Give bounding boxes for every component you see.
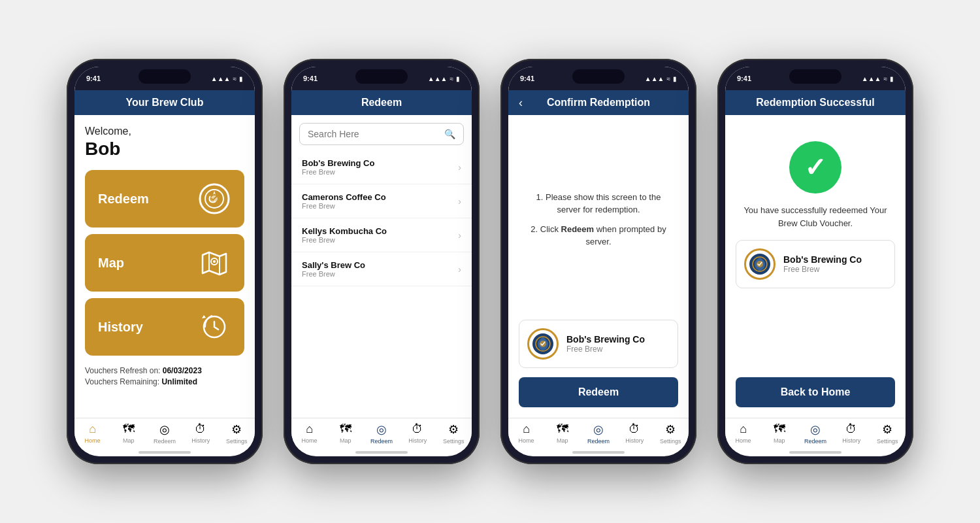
chevron-icon-0: › xyxy=(458,162,461,173)
bottom-nav-4: ⌂ Home 🗺 Map ◎ Redeem ⏱ History ⚙ Settin… xyxy=(725,418,906,450)
status-icons-4: ▲▲▲ ≈ ▮ xyxy=(862,75,894,82)
redeem-nav-icon-2: ◎ xyxy=(376,422,387,437)
venue-logo-3 xyxy=(527,328,559,360)
nav-settings-4[interactable]: ⚙ Settings xyxy=(874,422,900,445)
nav-home-label-4: Home xyxy=(736,437,751,444)
wifi-icon: ≈ xyxy=(233,75,237,82)
map-icon xyxy=(197,246,231,280)
venue-item-0[interactable]: Bob's Brewing Co Free Brew › xyxy=(291,150,472,184)
search-input[interactable] xyxy=(308,129,444,139)
nav-settings-label-3: Settings xyxy=(660,438,681,445)
venue-name-card-4: Bob's Brewing Co xyxy=(783,254,862,265)
bottom-nav-2: ⌂ Home 🗺 Map ◎ Redeem ⏱ History ⚙ Settin… xyxy=(291,418,472,450)
nav-settings-2[interactable]: ⚙ Settings xyxy=(440,422,466,445)
nav-history-1[interactable]: ⏱ History xyxy=(188,422,214,445)
nav-map-3[interactable]: 🗺 Map xyxy=(549,422,576,445)
venue-sub-1: Free Brew xyxy=(302,202,386,210)
redeem-button[interactable]: Redeem xyxy=(85,170,244,228)
nav-home-4[interactable]: ⌂ Home xyxy=(730,422,757,445)
nav-history-2[interactable]: ⏱ History xyxy=(404,422,431,445)
nav-home-1[interactable]: ⌂ Home xyxy=(80,422,106,445)
nav-home-3[interactable]: ⌂ Home xyxy=(514,422,540,445)
back-button-3[interactable]: ‹ xyxy=(519,96,523,110)
voucher-refresh-date: 06/03/2023 xyxy=(163,366,202,375)
settings-nav-icon-3: ⚙ xyxy=(665,422,676,437)
success-screen: ✓ You have successfully redeemed Your Br… xyxy=(725,115,906,418)
success-message: You have successfully redeemed Your Brew… xyxy=(736,204,895,229)
back-to-home-button[interactable]: Back to Home xyxy=(736,377,895,407)
venue-sub-card-4: Free Brew xyxy=(783,265,862,274)
voucher-remaining-value: Unlimited xyxy=(161,377,197,386)
venue-name-3: Sally's Brew Co xyxy=(302,260,365,270)
map-nav-icon-1: 🗺 xyxy=(123,422,135,436)
redeem-icon xyxy=(197,182,231,216)
status-bar-2: 9:41 ▲▲▲ ≈ ▮ xyxy=(291,67,472,90)
status-icons-1: ▲▲▲ ≈ ▮ xyxy=(211,75,243,82)
venue-sub-2: Free Brew xyxy=(302,236,387,244)
step1-text: 1. Please show this screen to the server… xyxy=(529,191,668,216)
venue-name-1: Camerons Coffee Co xyxy=(302,192,386,202)
history-button[interactable]: History xyxy=(85,298,244,356)
chevron-icon-1: › xyxy=(458,196,461,207)
nav-redeem-2[interactable]: ◎ Redeem xyxy=(368,422,395,445)
nav-settings-label-2: Settings xyxy=(443,438,465,445)
settings-nav-icon-4: ⚙ xyxy=(882,422,892,437)
nav-map-4[interactable]: 🗺 Map xyxy=(766,422,792,445)
venue-name-2: Kellys Kombucha Co xyxy=(302,226,387,236)
confirm-screen: 1. Please show this screen to the server… xyxy=(508,115,689,418)
venue-name-card-3: Bob's Brewing Co xyxy=(566,334,645,345)
nav-redeem-4[interactable]: ◎ Redeem xyxy=(802,422,828,445)
nav-redeem-1[interactable]: ◎ Redeem xyxy=(152,422,178,445)
app-header-1: Your Brew Club xyxy=(74,90,255,115)
nav-settings-label-1: Settings xyxy=(226,438,248,445)
nav-map-2[interactable]: 🗺 Map xyxy=(333,422,359,445)
app-title-4: Redemption Successful xyxy=(736,97,895,109)
nav-map-label-2: Map xyxy=(340,437,351,444)
nav-settings-1[interactable]: ⚙ Settings xyxy=(223,422,250,445)
nav-history-label-2: History xyxy=(408,437,427,444)
status-time-1: 9:41 xyxy=(86,75,101,82)
nav-settings-3[interactable]: ⚙ Settings xyxy=(657,422,683,445)
check-icon: ✓ xyxy=(804,154,826,180)
map-nav-icon-4: 🗺 xyxy=(774,422,785,436)
nav-history-3[interactable]: ⏱ History xyxy=(621,422,647,445)
settings-nav-icon-2: ⚙ xyxy=(448,422,459,437)
venue-item-1[interactable]: Camerons Coffee Co Free Brew › xyxy=(291,184,472,218)
phone-4: 9:41 ▲▲▲ ≈ ▮ Redemption Successful ✓ You… xyxy=(717,59,913,464)
venue-sub-0: Free Brew xyxy=(302,168,374,176)
home-indicator-3 xyxy=(572,451,625,454)
venue-name-0: Bob's Brewing Co xyxy=(302,158,374,168)
nav-map-1[interactable]: 🗺 Map xyxy=(116,422,142,445)
step2-text: 2. Click Redeem when prompted by server. xyxy=(529,223,668,248)
wifi-icon-4: ≈ xyxy=(884,75,888,82)
status-icons-2: ▲▲▲ ≈ ▮ xyxy=(428,75,460,82)
map-button[interactable]: Map xyxy=(85,234,244,292)
instructions: 1. Please show this screen to the server… xyxy=(519,126,678,320)
nav-redeem-label-4: Redeem xyxy=(804,438,826,445)
nav-home-2[interactable]: ⌂ Home xyxy=(297,422,323,445)
history-nav-icon-2: ⏱ xyxy=(412,422,423,436)
nav-history-label-1: History xyxy=(191,437,210,444)
nav-home-label-2: Home xyxy=(302,437,318,444)
nav-redeem-3[interactable]: ◎ Redeem xyxy=(585,422,612,445)
home-indicator-4 xyxy=(789,451,841,454)
venue-logo-4 xyxy=(744,248,776,280)
venue-item-3[interactable]: Sally's Brew Co Free Brew › xyxy=(291,252,472,286)
status-icons-3: ▲▲▲ ≈ ▮ xyxy=(645,75,677,82)
step2-suffix: when prompted by server. xyxy=(585,224,666,247)
search-bar[interactable]: 🔍 xyxy=(299,123,464,145)
search-icon: 🔍 xyxy=(444,129,455,139)
signal-icon-3: ▲▲▲ xyxy=(645,75,664,82)
map-nav-icon-2: 🗺 xyxy=(340,422,351,436)
redeem-nav-icon-1: ◎ xyxy=(159,422,170,437)
venue-card-4: Bob's Brewing Co Free Brew xyxy=(736,240,895,288)
redeem-confirm-button[interactable]: Redeem xyxy=(519,377,678,407)
bottom-nav-1: ⌂ Home 🗺 Map ◎ Redeem ⏱ History ⚙ Settin… xyxy=(74,418,255,450)
venue-item-2[interactable]: Kellys Kombucha Co Free Brew › xyxy=(291,218,472,252)
nav-map-label-1: Map xyxy=(123,437,135,444)
venue-card-3: Bob's Brewing Co Free Brew xyxy=(519,320,678,368)
venue-card-info-3: Bob's Brewing Co Free Brew xyxy=(566,334,645,354)
battery-icon: ▮ xyxy=(239,75,243,82)
nav-history-4[interactable]: ⏱ History xyxy=(838,422,864,445)
history-icon xyxy=(197,310,231,344)
